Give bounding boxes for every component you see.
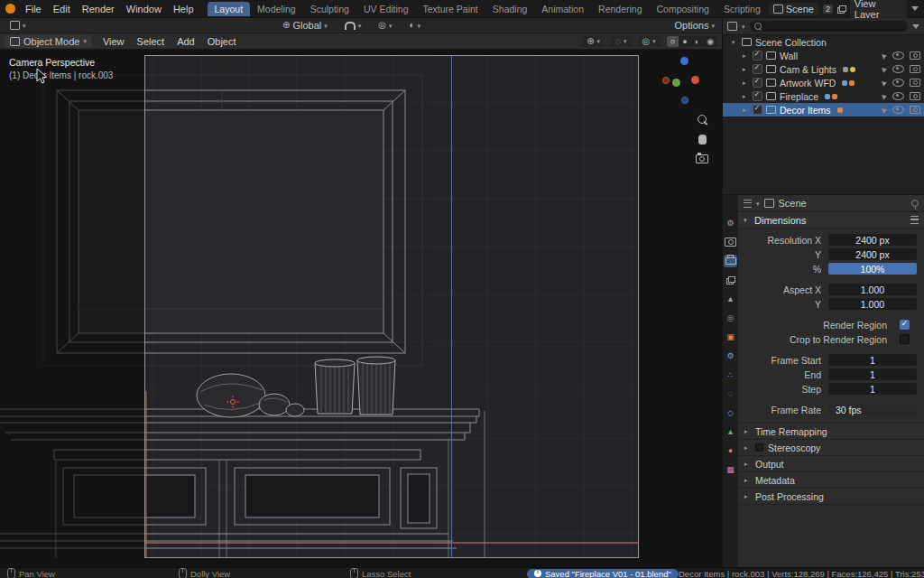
tab-texture-paint[interactable]: Texture Paint bbox=[416, 2, 485, 16]
tab-object-data[interactable]: ▲ bbox=[724, 425, 737, 438]
tab-world[interactable]: ◎ bbox=[724, 312, 737, 324]
shading-solid-button[interactable]: ● bbox=[679, 36, 690, 47]
overlays-dropdown[interactable]: ◎ ▾ bbox=[638, 36, 661, 47]
tab-texture[interactable]: ▦ bbox=[724, 463, 737, 476]
menu-add[interactable]: Add bbox=[171, 35, 200, 48]
render-region-checkbox[interactable] bbox=[900, 320, 910, 330]
eye-icon[interactable] bbox=[892, 65, 904, 73]
section-time-remapping[interactable]: ▸ Time Remapping bbox=[738, 423, 924, 439]
mode-dropdown[interactable]: Object Mode ▾ bbox=[5, 35, 92, 48]
tab-modifiers[interactable]: ⚙ bbox=[724, 350, 737, 362]
collection-checkbox[interactable] bbox=[753, 64, 762, 74]
stereoscopy-checkbox[interactable] bbox=[755, 443, 763, 452]
menu-window[interactable]: Window bbox=[121, 3, 167, 15]
section-metadata[interactable]: ▸ Metadata bbox=[738, 471, 924, 488]
aspect-x-field[interactable]: 1.000 bbox=[828, 284, 917, 295]
editor-type-selector[interactable]: ▾ bbox=[5, 20, 31, 31]
outliner-editor-icon[interactable] bbox=[727, 22, 737, 31]
outliner-search-input[interactable] bbox=[765, 21, 903, 32]
render-visibility-icon[interactable] bbox=[910, 51, 920, 60]
navigation-gizmo[interactable] bbox=[664, 55, 709, 107]
collection-checkbox[interactable] bbox=[753, 105, 762, 115]
outliner-row-cam-lights[interactable]: ▸ Cam & Lights bbox=[723, 62, 924, 76]
tab-tool[interactable]: ⚙ bbox=[724, 217, 737, 229]
tab-scripting[interactable]: Scripting bbox=[716, 2, 768, 16]
collection-checkbox[interactable] bbox=[753, 91, 762, 101]
tab-rendering[interactable]: Rendering bbox=[591, 2, 649, 16]
properties-editor-icon[interactable] bbox=[744, 200, 752, 208]
eye-icon[interactable] bbox=[892, 106, 904, 114]
selectability-dropdown[interactable]: ⊕ ▾ bbox=[582, 36, 605, 47]
crop-render-region-checkbox[interactable] bbox=[900, 334, 910, 344]
menu-view[interactable]: View bbox=[97, 35, 130, 48]
viewport-3d[interactable]: Camera Perspective (1) Decor Items | roc… bbox=[0, 50, 722, 567]
tab-scene[interactable]: ▲ bbox=[724, 293, 737, 305]
expand-arrow-icon[interactable]: ▸ bbox=[743, 66, 749, 73]
view-layer-filter-icon[interactable] bbox=[911, 6, 919, 11]
expand-arrow-icon[interactable]: ▸ bbox=[743, 93, 749, 100]
scene-users-badge[interactable]: 2 bbox=[823, 5, 833, 14]
shading-material-button[interactable]: ◐ bbox=[691, 36, 703, 47]
tab-compositing[interactable]: Compositing bbox=[650, 2, 716, 16]
saved-notification[interactable]: Saved "Fireplace V01 - 01.blend" bbox=[527, 569, 679, 578]
resolution-percent-slider[interactable]: 100% bbox=[828, 263, 917, 275]
scene-selector[interactable]: Scene bbox=[769, 3, 818, 15]
outliner-filter-icon[interactable] bbox=[912, 24, 919, 29]
render-visibility-icon[interactable] bbox=[910, 106, 920, 114]
render-visibility-icon[interactable] bbox=[910, 79, 920, 87]
menu-edit[interactable]: Edit bbox=[48, 3, 76, 15]
aspect-y-field[interactable]: 1.000 bbox=[828, 298, 917, 310]
tab-animation[interactable]: Animation bbox=[534, 2, 591, 16]
tab-output[interactable] bbox=[724, 255, 737, 267]
tab-uv-editing[interactable]: UV Editing bbox=[356, 2, 416, 16]
render-visibility-icon[interactable] bbox=[910, 92, 920, 100]
shading-rendered-button[interactable]: ◉ bbox=[703, 36, 717, 47]
menu-select[interactable]: Select bbox=[132, 35, 171, 48]
tab-shading[interactable]: Shading bbox=[485, 2, 535, 16]
gizmos-dropdown[interactable]: ◌ ▾ bbox=[611, 36, 631, 47]
snap-toggle[interactable]: ▾ bbox=[340, 21, 366, 31]
expand-arrow-icon[interactable]: ▾ bbox=[732, 39, 738, 46]
proportional-edit-toggle[interactable]: ◎ ▾ bbox=[374, 20, 396, 31]
section-stereoscopy[interactable]: ▸ Stereoscopy bbox=[738, 439, 924, 455]
outliner-row-wall[interactable]: ▸ Wall bbox=[723, 49, 924, 62]
outliner-row-decor-items[interactable]: ▸ Decor Items bbox=[723, 103, 924, 117]
gizmo-z-axis[interactable] bbox=[680, 57, 688, 65]
section-output[interactable]: ▸ Output bbox=[738, 455, 924, 471]
orientation-dropdown[interactable]: ⊕ Global ▾ bbox=[278, 19, 332, 32]
gizmo-y-axis[interactable] bbox=[672, 79, 680, 87]
outliner-search[interactable] bbox=[750, 21, 908, 32]
outliner-row-artwork[interactable]: ▸ Artwork WFD bbox=[723, 76, 924, 89]
render-visibility-icon[interactable] bbox=[910, 65, 920, 73]
pan-button[interactable] bbox=[696, 133, 708, 145]
resolution-y-field[interactable]: 2400 px bbox=[828, 248, 917, 260]
selectable-icon[interactable] bbox=[882, 93, 888, 99]
gizmo-x-axis[interactable] bbox=[691, 76, 699, 84]
resolution-x-field[interactable]: 2400 px bbox=[828, 234, 917, 246]
menu-help[interactable]: Help bbox=[168, 3, 199, 15]
pin-icon[interactable] bbox=[911, 200, 919, 207]
tab-sculpting[interactable]: Sculpting bbox=[303, 2, 356, 16]
outliner-row-scene-collection[interactable]: ▾ Scene Collection bbox=[723, 35, 924, 49]
blender-logo-icon[interactable] bbox=[5, 4, 15, 14]
camera-view-button[interactable] bbox=[696, 153, 708, 165]
tab-render[interactable] bbox=[724, 236, 737, 248]
eye-icon[interactable] bbox=[892, 92, 904, 100]
tab-material[interactable]: ● bbox=[724, 444, 737, 457]
expand-arrow-icon[interactable]: ▸ bbox=[743, 52, 749, 60]
frame-rate-dropdown[interactable]: 30 fps bbox=[828, 404, 917, 415]
frame-start-field[interactable]: 1 bbox=[828, 354, 917, 366]
tab-physics[interactable]: ◌ bbox=[724, 387, 737, 400]
gizmo-z-neg-axis[interactable] bbox=[681, 97, 688, 104]
tab-constraints[interactable]: ◇ bbox=[724, 406, 737, 419]
tab-view-layer[interactable] bbox=[724, 274, 737, 286]
section-post-processing[interactable]: ▸ Post Processing bbox=[738, 488, 924, 505]
expand-arrow-icon[interactable]: ▸ bbox=[743, 79, 749, 87]
eye-icon[interactable] bbox=[892, 79, 904, 87]
shading-wireframe-button[interactable]: ○ bbox=[667, 36, 679, 47]
dimensions-panel-header[interactable]: ▾ Dimensions bbox=[738, 212, 924, 228]
collection-checkbox[interactable] bbox=[753, 78, 762, 88]
tab-object[interactable]: ▣ bbox=[724, 331, 737, 343]
expand-arrow-icon[interactable]: ▸ bbox=[743, 107, 749, 114]
selectable-icon[interactable] bbox=[882, 107, 888, 113]
